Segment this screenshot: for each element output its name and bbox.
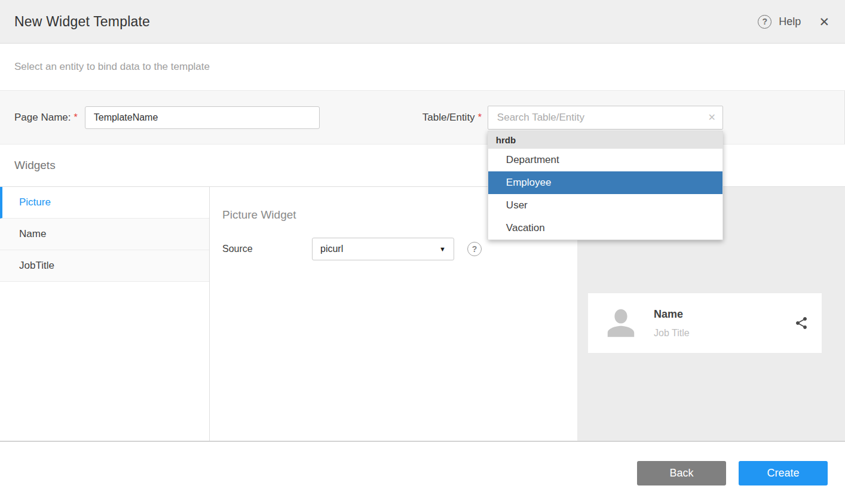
dropdown-option-user[interactable]: User bbox=[488, 194, 722, 217]
preview-job-title: Job Title bbox=[654, 328, 690, 339]
caret-down-icon: ▼ bbox=[439, 245, 446, 253]
dropdown-option-employee[interactable]: Employee bbox=[488, 171, 722, 194]
close-icon[interactable]: ✕ bbox=[819, 16, 829, 28]
source-select-value: picurl bbox=[320, 244, 343, 254]
widgets-heading: Widgets bbox=[14, 159, 56, 172]
page-name-input[interactable] bbox=[85, 106, 320, 129]
help-button[interactable]: ? Help bbox=[758, 15, 801, 29]
source-select[interactable]: picurl ▼ bbox=[312, 238, 454, 260]
sidebar-item-picture[interactable]: Picture bbox=[0, 187, 209, 219]
header-actions: ? Help ✕ bbox=[758, 15, 829, 29]
preview-name: Name bbox=[654, 308, 690, 321]
dialog-header: New Widget Template ? Help ✕ bbox=[0, 0, 845, 44]
create-button[interactable]: Create bbox=[739, 461, 828, 485]
page-title: New Widget Template bbox=[14, 14, 150, 30]
page-name-required-asterisk: * bbox=[74, 112, 78, 123]
preview-card-text: Name Job Title bbox=[654, 308, 690, 339]
table-entity-combo: ✕ hrdb Department Employee User Vacation bbox=[488, 106, 723, 130]
back-button[interactable]: Back bbox=[637, 461, 726, 485]
table-entity-label: Table/Entity bbox=[422, 112, 475, 124]
help-label: Help bbox=[779, 16, 801, 28]
new-widget-template-dialog: New Widget Template ? Help ✕ Select an e… bbox=[0, 0, 845, 504]
sidebar-item-jobtitle[interactable]: JobTitle bbox=[0, 250, 209, 282]
dropdown-group-header: hrdb bbox=[488, 131, 722, 149]
source-row: Source picurl ▼ ? bbox=[222, 238, 577, 260]
question-circle-icon: ? bbox=[758, 15, 771, 29]
subtitle-band: Select an entity to bind data to the tem… bbox=[0, 44, 845, 91]
source-label: Source bbox=[222, 244, 312, 254]
entity-form-row: Page Name: * Table/Entity * ✕ hrdb Depar… bbox=[0, 91, 845, 145]
source-help-icon[interactable]: ? bbox=[467, 242, 482, 256]
preview-card: Name Job Title bbox=[588, 293, 822, 353]
subtitle-text: Select an entity to bind data to the tem… bbox=[14, 61, 210, 73]
table-entity-search-input[interactable] bbox=[488, 106, 723, 130]
page-name-label: Page Name: bbox=[14, 112, 71, 124]
clear-icon[interactable]: ✕ bbox=[708, 112, 715, 123]
person-icon bbox=[602, 303, 639, 343]
widget-list-sidebar: Picture Name JobTitle bbox=[0, 187, 210, 441]
table-entity-required-asterisk: * bbox=[478, 112, 482, 123]
sidebar-item-name[interactable]: Name bbox=[0, 219, 209, 250]
dropdown-option-vacation[interactable]: Vacation bbox=[488, 217, 722, 239]
dropdown-option-department[interactable]: Department bbox=[488, 149, 722, 171]
share-icon bbox=[794, 315, 809, 331]
dialog-footer: Back Create bbox=[0, 442, 845, 504]
table-entity-dropdown: hrdb Department Employee User Vacation bbox=[488, 131, 723, 240]
